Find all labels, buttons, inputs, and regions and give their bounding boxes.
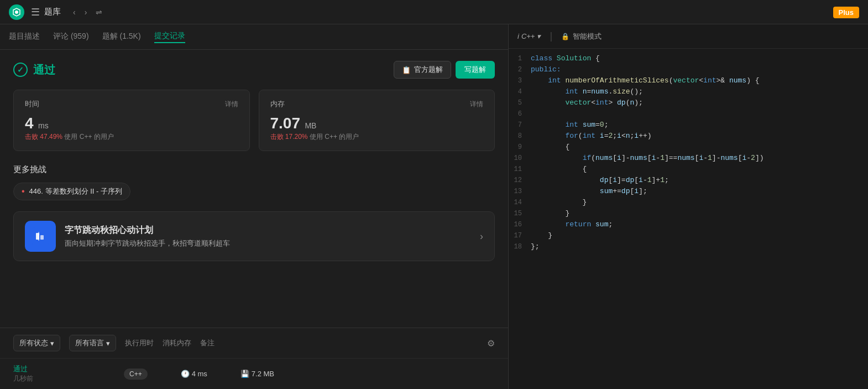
mem-card-header: 内存 详情: [270, 99, 484, 109]
time-card: 时间 详情 4 ms 击败 47.49% 使用 C++ 的用户: [13, 90, 250, 151]
code-line-14: 14 }: [509, 197, 868, 208]
stats-row: 时间 详情 4 ms 击败 47.49% 使用 C++ 的用户 内存: [13, 90, 495, 151]
code-line-4: 4 int n=nums.size();: [509, 86, 868, 97]
mem-label: 内存: [270, 99, 285, 109]
svg-point-1: [15, 11, 18, 14]
mem-value-row: 7.07 MB: [270, 115, 484, 132]
tab-description[interactable]: 题目描述: [9, 32, 40, 43]
challenge-tag[interactable]: • 446. 等差数列划分 II - 子序列: [13, 183, 130, 200]
code-line-7: 7 int sum=0;: [509, 120, 868, 131]
mem-beat-sub: 使用 C++ 的用户: [310, 133, 359, 141]
time-detail[interactable]: 详情: [225, 100, 238, 109]
mem-col-label: 消耗内存: [163, 338, 191, 348]
code-line-18: 18 };: [509, 241, 868, 252]
right-panel: i C++ ▾ | 🔒 智能模式 1 class Solution { 2 pu…: [509, 24, 868, 389]
chevron-down-icon: ▾: [50, 339, 54, 347]
check-icon: ✓: [13, 63, 28, 77]
lock-icon: 🔒: [561, 33, 569, 40]
main-layout: 题目描述 评论 (959) 题解 (1.5K) 提交记录 ✓ 通过 📋 官方题解…: [0, 24, 868, 389]
challenge-label: 446. 等差数列划分 II - 子序列: [29, 186, 122, 196]
settings-icon[interactable]: ⚙: [487, 338, 495, 349]
time-value: 4: [25, 115, 34, 132]
code-area: 1 class Solution { 2 public: 3 int numbe…: [509, 49, 868, 389]
chevron-down-icon: ▾: [106, 339, 110, 347]
mem-sub: 击败 17.20% 使用 C++ 的用户: [270, 132, 484, 142]
status-filter[interactable]: 所有状态 ▾: [13, 335, 60, 351]
mem-unit: MB: [305, 121, 316, 130]
logo-icon: [9, 4, 24, 20]
code-line-9: 9 {: [509, 142, 868, 153]
lang-filter[interactable]: 所有语言 ▾: [69, 335, 116, 351]
left-content: ✓ 通过 📋 官方题解 写题解 时间 详情: [0, 50, 508, 328]
time-value-row: 4 ms: [25, 115, 238, 132]
tab-submissions[interactable]: 提交记录: [154, 31, 185, 43]
memory-icon: 💾: [240, 370, 249, 378]
clock-icon: 🕐: [181, 370, 190, 378]
italic-i: i: [517, 32, 519, 40]
more-challenges-title: 更多挑战: [13, 164, 495, 175]
tab-solutions[interactable]: 题解 (1.5K): [102, 32, 141, 43]
code-line-3: 3 int numberOfArithmeticSlices(vector<in…: [509, 75, 868, 86]
runtime-col-label: 执行用时: [125, 338, 154, 348]
time-beat: 击败 47.49%: [25, 133, 62, 141]
time-sub: 击败 47.49% 使用 C++ 的用户: [25, 132, 238, 142]
ai-mode-selector[interactable]: 🔒 智能模式: [561, 32, 602, 42]
time-card-header: 时间 详情: [25, 99, 238, 109]
sub-memory: 💾 7.2 MB: [240, 370, 274, 378]
note-col-label: 备注: [200, 338, 215, 348]
prev-arrow[interactable]: ‹: [70, 6, 79, 19]
code-line-12: 12 dp[i]=dp[i-1]+1;: [509, 175, 868, 186]
code-line-8: 8 for(int i=2;i<n;i++): [509, 131, 868, 142]
left-panel: 题目描述 评论 (959) 题解 (1.5K) 提交记录 ✓ 通过 📋 官方题解…: [0, 24, 509, 389]
promo-logo-icon: [32, 227, 49, 245]
action-buttons: 📋 官方题解 写题解: [394, 61, 495, 79]
mem-value: 7.07: [270, 115, 301, 132]
code-line-10: 10 if(nums[i]-nums[i-1]==nums[i-1]-nums[…: [509, 153, 868, 164]
code-line-6: 6: [509, 108, 868, 120]
promo-text: 字节跳动秋招心动计划 面向短期冲刺字节跳动秋招选手，秋招弯道顺利超车: [65, 225, 471, 248]
next-arrow[interactable]: ›: [81, 6, 91, 19]
divider: |: [550, 30, 552, 42]
status-row: ✓ 通过 📋 官方题解 写题解: [13, 61, 495, 79]
code-line-16: 16 return sum;: [509, 219, 868, 230]
tab-comments[interactable]: 评论 (959): [53, 32, 89, 43]
sub-time-ago: 几秒前: [13, 374, 80, 383]
sub-status[interactable]: 通过: [13, 364, 80, 374]
code-line-13: 13 sum+=dp[i];: [509, 186, 868, 197]
code-line-11: 11 {: [509, 164, 868, 175]
tab-bar: 题目描述 评论 (959) 题解 (1.5K) 提交记录: [0, 24, 508, 50]
ai-mode-label: 智能模式: [573, 32, 602, 42]
menu-icon[interactable]: ☰: [31, 6, 40, 18]
sub-status-section: 通过 几秒前: [13, 364, 80, 383]
promo-logo: [25, 221, 56, 252]
svg-rect-4: [40, 235, 44, 240]
filter-row: 所有状态 ▾ 所有语言 ▾ 执行用时 消耗内存 备注 ⚙: [0, 328, 508, 358]
lang-selector[interactable]: i C++ ▾: [517, 32, 541, 40]
time-beat-sub: 使用 C++ 的用户: [64, 133, 113, 141]
sub-runtime: 🕐 4 ms: [181, 370, 207, 378]
mem-card: 内存 详情 7.07 MB 击败 17.20% 使用 C++ 的用户: [259, 90, 495, 151]
plus-badge[interactable]: Plus: [833, 7, 859, 18]
promo-subtitle: 面向短期冲刺字节跳动秋招选手，秋招弯道顺利超车: [65, 238, 471, 248]
time-label: 时间: [25, 99, 39, 109]
plus-section: Plus: [833, 7, 859, 17]
lang-chevron-icon: ▾: [537, 32, 541, 40]
code-line-5: 5 vector<int> dp(n);: [509, 97, 868, 108]
promo-arrow-icon: ›: [480, 231, 483, 242]
mem-beat: 击败 17.20%: [270, 133, 308, 141]
official-solution-button[interactable]: 📋 官方题解: [394, 61, 451, 79]
top-nav: ☰ 题库 ‹ › ⇌ Plus: [0, 0, 868, 24]
shuffle-icon[interactable]: ⇌: [92, 6, 106, 19]
time-unit: ms: [38, 121, 49, 130]
dot-icon: •: [22, 186, 25, 196]
sub-lang-badge: C++: [124, 369, 148, 380]
lang-label: C++: [521, 32, 535, 40]
pass-status: ✓ 通过: [13, 63, 55, 77]
promo-card[interactable]: 字节跳动秋招心动计划 面向短期冲刺字节跳动秋招选手，秋招弯道顺利超车 ›: [13, 211, 495, 261]
mem-detail[interactable]: 详情: [470, 100, 483, 109]
write-solution-button[interactable]: 写题解: [456, 61, 495, 79]
submission-row: 通过 几秒前 C++ 🕐 4 ms 💾 7.2 MB: [0, 358, 508, 389]
code-line-1: 1 class Solution {: [509, 53, 868, 64]
svg-rect-5: [38, 232, 39, 241]
nav-title: 题库: [44, 7, 61, 17]
